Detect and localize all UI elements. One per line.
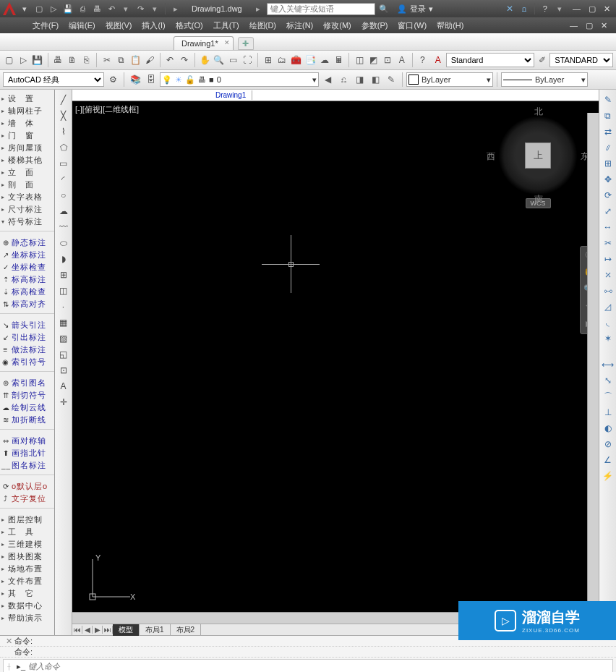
layer-iso-icon[interactable]: ◨ <box>352 72 367 87</box>
gradient-icon[interactable]: ▨ <box>56 331 71 346</box>
tabnav-first-icon[interactable]: ⏮ <box>72 626 82 634</box>
tree-item[interactable]: ▸立 面 <box>0 166 54 179</box>
mirror-icon[interactable]: ⇄ <box>601 124 615 139</box>
exchange-icon[interactable]: ✕ <box>504 3 516 14</box>
tree-item[interactable]: ▸剖 面 <box>0 179 54 191</box>
layer-prev-icon[interactable]: ◀ <box>320 72 335 87</box>
tb-publish-icon[interactable]: ⎘ <box>80 53 93 67</box>
tree-item[interactable]: ▸图层控制 <box>0 514 54 526</box>
menu-insert[interactable]: 插入(I) <box>137 18 170 33</box>
layout-tab-2[interactable]: 布局2 <box>171 624 202 636</box>
tb-mtext-icon[interactable]: A <box>395 53 408 67</box>
tree-item[interactable]: ▸房间屋顶 <box>0 142 54 154</box>
tree-item[interactable]: ▸轴网柱子 <box>0 105 54 117</box>
autodesk360-icon[interactable]: ⩍ <box>518 3 530 14</box>
array-icon[interactable]: ⊞ <box>601 156 615 171</box>
help-icon[interactable]: ? <box>539 3 551 14</box>
extend-icon[interactable]: ↦ <box>601 252 615 266</box>
tree-item[interactable]: ▸文字表格 <box>0 191 54 203</box>
tree-item[interactable]: __图名标注 <box>0 459 54 472</box>
tabnav-prev-icon[interactable]: ◀ <box>82 626 93 634</box>
circle-icon[interactable]: ○ <box>56 188 71 203</box>
tree-item[interactable]: ▸墙 体 <box>0 117 54 129</box>
canvas-tab[interactable]: Drawing1 <box>210 90 252 100</box>
window-buttons[interactable]: — ▢ ✕ <box>573 4 613 14</box>
redo-icon[interactable]: ↷ <box>134 3 146 14</box>
lineweight-combo[interactable]: ByLayer▾ <box>501 72 588 87</box>
tree-item[interactable]: ▸门 窗 <box>0 129 54 142</box>
dim-angular-icon[interactable]: ∠ <box>601 453 615 467</box>
text-style-combo[interactable]: Standard <box>446 53 534 67</box>
tree-item[interactable]: ⤴文字复位 <box>0 493 54 505</box>
arc-icon[interactable]: ◜ <box>56 172 71 187</box>
region-icon[interactable]: ◱ <box>56 347 71 362</box>
open-icon[interactable]: ▷ <box>48 3 59 14</box>
offset-icon[interactable]: ⫽ <box>601 140 615 155</box>
tree-item[interactable]: ↘箭头引注 <box>0 319 54 331</box>
tb-table-icon[interactable]: ⊡ <box>381 53 394 67</box>
rectangle-icon[interactable]: ▭ <box>56 156 71 171</box>
fillet-icon[interactable]: ◟ <box>601 315 615 330</box>
cmd-handle-icon[interactable]: ⟊ <box>7 662 17 671</box>
layer-filter-icon[interactable]: 🗄 <box>144 72 158 87</box>
tree-item[interactable]: ▾符号标注 <box>0 216 54 228</box>
copy-icon[interactable]: ⧉ <box>601 109 615 123</box>
qat-dropdown-icon[interactable]: ▾ <box>19 3 30 14</box>
help-search-input[interactable] <box>267 3 375 15</box>
tree-item[interactable]: ⊕静态标注 <box>0 237 54 249</box>
break-icon[interactable]: ⤫ <box>601 268 615 282</box>
tb-print-icon[interactable]: 🖶 <box>52 53 65 67</box>
tb-props-icon[interactable]: ⊞ <box>262 53 275 67</box>
tree-item[interactable]: ⇅标高对齐 <box>0 298 54 310</box>
tb-zoomwin-icon[interactable]: ▭ <box>227 53 240 67</box>
login-link[interactable]: 👤 登录 ▾ <box>397 4 433 14</box>
rotate-icon[interactable]: ⟳ <box>601 188 615 203</box>
trim-icon[interactable]: ✂ <box>601 236 615 250</box>
print-icon[interactable]: 🖶 <box>91 3 103 14</box>
tb-designctr-icon[interactable]: 🗂 <box>275 53 288 67</box>
tb-xref-icon[interactable]: ◩ <box>367 53 380 67</box>
tb-pan-icon[interactable]: ✋ <box>199 53 212 67</box>
tb-zoomext-icon[interactable]: ⛶ <box>241 53 254 67</box>
dim-quick-icon[interactable]: ⚡ <box>601 469 615 483</box>
viewcube-top[interactable]: 上 <box>525 143 551 169</box>
ellipsearc-icon[interactable]: ◗ <box>56 252 71 266</box>
tree-item[interactable]: ↙引出标注 <box>0 331 54 344</box>
ts-a-icon[interactable]: A <box>432 53 445 67</box>
ts-dim-icon[interactable]: ✐ <box>536 53 549 67</box>
tabnav-next-icon[interactable]: ▶ <box>93 626 103 634</box>
polyline-icon[interactable]: ⌇ <box>56 124 71 139</box>
tree-item[interactable]: ▸工 具 <box>0 526 54 538</box>
chamfer-icon[interactable]: ◿ <box>601 299 615 314</box>
move-icon[interactable]: ✥ <box>601 172 615 187</box>
tree-item[interactable]: ⇡标高标注 <box>0 273 54 286</box>
tree-item[interactable]: ▸楼梯其他 <box>0 154 54 166</box>
close-tab-icon[interactable]: ✕ <box>224 39 230 46</box>
menu-view[interactable]: 视图(V) <box>100 18 137 33</box>
viewport-label[interactable]: [-][俯视][二维线框] <box>75 104 139 115</box>
more-icon[interactable]: ▸ <box>170 3 181 14</box>
layer-state-icon[interactable]: ⎌ <box>336 72 351 87</box>
undo-dropdown-icon[interactable]: ▾ <box>120 3 132 14</box>
tb-quickcal-icon[interactable]: 🖩 <box>333 53 346 67</box>
hatch-icon[interactable]: ▦ <box>56 315 71 330</box>
cmd-pin-icon[interactable]: ✕ <box>3 637 14 646</box>
erase-icon[interactable]: ✎ <box>601 93 615 107</box>
join-icon[interactable]: ⧟ <box>601 284 615 298</box>
app-logo[interactable] <box>3 2 16 15</box>
tree-item[interactable]: ↗坐标标注 <box>0 249 54 261</box>
layer-mgr-icon[interactable]: 📚 <box>128 72 142 87</box>
tb-redo-icon[interactable]: ↷ <box>178 53 191 67</box>
redo-dropdown-icon[interactable]: ▾ <box>149 3 161 14</box>
tree-item[interactable]: ▸数据中心 <box>0 600 54 612</box>
color-combo[interactable]: ByLayer▾ <box>406 72 493 87</box>
tree-item[interactable]: ▸图块图案 <box>0 550 54 563</box>
tb-new-icon[interactable]: ▢ <box>3 53 16 67</box>
xline-icon[interactable]: ╳ <box>56 109 71 123</box>
tree-item[interactable]: ☁绘制云线 <box>0 401 54 414</box>
tb-open-icon[interactable]: ▷ <box>17 53 30 67</box>
search-icon[interactable]: 🔍 <box>378 3 390 14</box>
line-icon[interactable]: ╱ <box>56 93 71 107</box>
layer-combo[interactable]: 💡☀🔓🖶■0▾ <box>160 72 319 87</box>
tb-sheetset-icon[interactable]: 📑 <box>304 53 317 67</box>
